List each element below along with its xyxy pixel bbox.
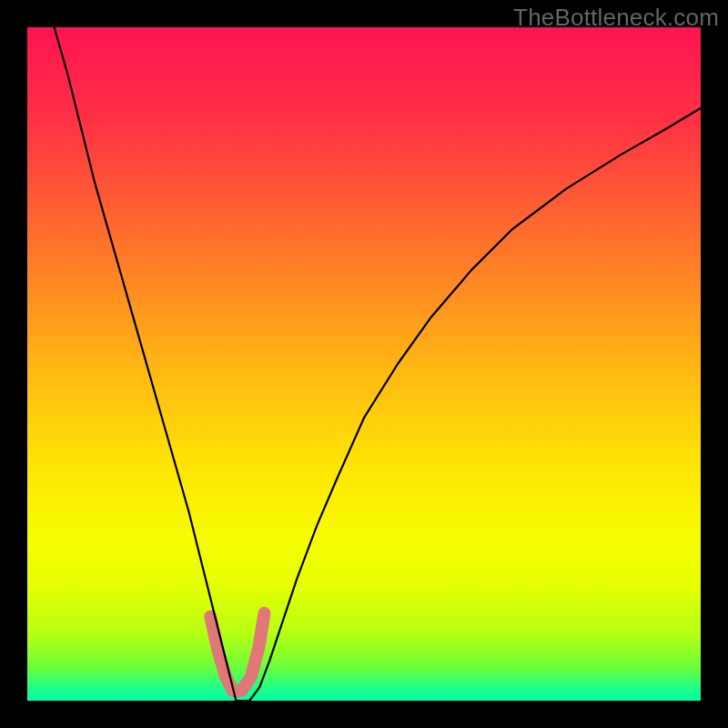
- floor-highlight: [210, 613, 264, 691]
- watermark-text: TheBottleneck.com: [513, 4, 719, 32]
- chart-area: [27, 27, 701, 701]
- chart-curve-layer: [27, 27, 701, 701]
- bottleneck-curve: [55, 27, 701, 701]
